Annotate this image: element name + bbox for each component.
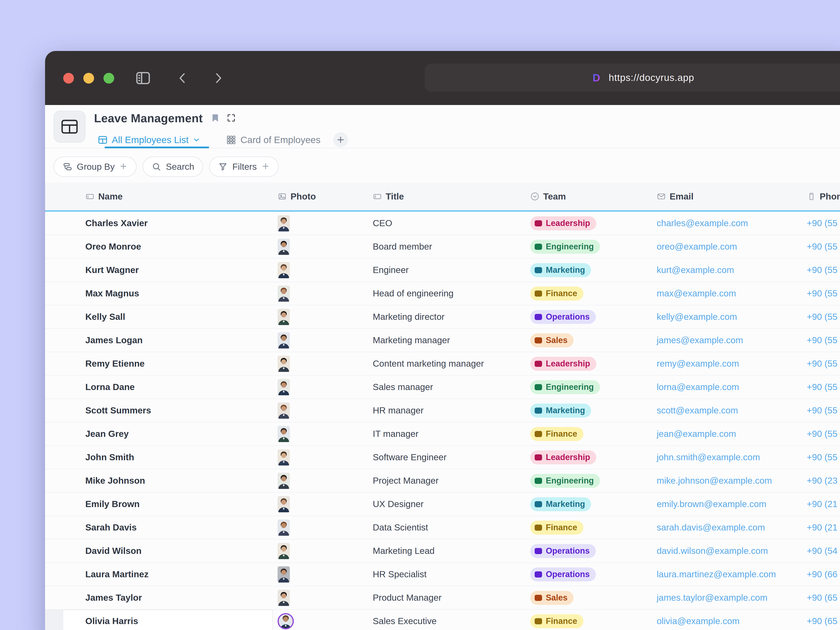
- table-row[interactable]: Oreo MonroeBoard memberEngineeringoreo@e…: [45, 235, 840, 259]
- sidebar-toggle-icon[interactable]: [134, 69, 152, 87]
- table-row[interactable]: Emily BrownUX DesignerMarketingemily.bro…: [45, 493, 840, 516]
- name-cell[interactable]: Laura Martinez: [63, 569, 273, 579]
- title-cell[interactable]: Marketing director: [369, 312, 527, 322]
- table-row[interactable]: Lorna DaneSales managerEngineeringlorna@…: [45, 376, 840, 399]
- photo-cell[interactable]: [273, 356, 369, 372]
- phone-cell[interactable]: +90 (65: [803, 616, 840, 626]
- photo-cell[interactable]: [273, 613, 369, 629]
- phone-cell[interactable]: +90 (65: [803, 592, 840, 603]
- employee-phone[interactable]: +90 (55: [807, 452, 837, 462]
- photo-cell[interactable]: [273, 473, 369, 489]
- name-cell[interactable]: Max Magnus: [63, 288, 273, 298]
- app-icon[interactable]: [54, 111, 85, 143]
- employee-email[interactable]: scott@example.com: [657, 405, 738, 415]
- team-cell[interactable]: Finance: [527, 427, 653, 441]
- close-button[interactable]: [63, 73, 74, 84]
- email-cell[interactable]: lorna@example.com: [653, 382, 803, 392]
- table-row[interactable]: James TaylorProduct ManagerSalesjames.ta…: [45, 586, 840, 609]
- employee-email[interactable]: olivia@example.com: [657, 616, 740, 626]
- table-row[interactable]: Laura MartinezHR SpecialistOperationslau…: [45, 563, 840, 586]
- employee-phone[interactable]: +90 (55: [807, 288, 837, 298]
- table-row[interactable]: Scott SummersHR managerMarketingscott@ex…: [45, 399, 840, 422]
- team-cell[interactable]: Marketing: [527, 263, 653, 277]
- employee-email[interactable]: sarah.davis@example.com: [657, 523, 765, 532]
- email-cell[interactable]: oreo@example.com: [653, 242, 803, 252]
- employee-email[interactable]: james@example.com: [657, 335, 743, 345]
- employee-phone[interactable]: +90 (21: [807, 523, 837, 532]
- team-cell[interactable]: Marketing: [527, 497, 653, 511]
- team-cell[interactable]: Leadership: [527, 450, 653, 464]
- employee-photo[interactable]: [278, 403, 290, 419]
- name-cell[interactable]: Scott Summers: [63, 405, 273, 415]
- team-cell[interactable]: Finance: [527, 287, 653, 300]
- table-row[interactable]: David WilsonMarketing LeadOperationsdavi…: [45, 540, 840, 563]
- back-icon[interactable]: [175, 70, 190, 86]
- photo-cell[interactable]: [273, 449, 369, 466]
- title-cell[interactable]: Engineer: [369, 265, 527, 275]
- name-cell[interactable]: James Taylor: [63, 592, 273, 603]
- employee-email[interactable]: mike.johnson@example.com: [657, 475, 772, 486]
- team-cell[interactable]: Finance: [527, 521, 653, 535]
- team-cell[interactable]: Sales: [527, 591, 653, 605]
- photo-cell[interactable]: [273, 590, 369, 606]
- phone-cell[interactable]: +90 (55: [803, 265, 840, 275]
- employee-photo[interactable]: [278, 309, 290, 325]
- email-cell[interactable]: emily.brown@example.com: [653, 499, 803, 509]
- employee-email[interactable]: remy@example.com: [657, 358, 739, 369]
- email-cell[interactable]: scott@example.com: [653, 405, 803, 415]
- employee-photo[interactable]: [278, 613, 294, 629]
- column-header-title[interactable]: Title: [369, 183, 527, 210]
- employee-email[interactable]: lorna@example.com: [657, 382, 739, 392]
- table-row[interactable]: Remy EtienneContent marketing managerLea…: [45, 352, 840, 376]
- table-row[interactable]: Olivia HarrisSales ExecutiveFinanceolivi…: [45, 609, 840, 630]
- employee-photo[interactable]: [278, 379, 290, 395]
- column-header-photo[interactable]: Photo: [273, 183, 369, 210]
- employee-phone[interactable]: +90 (55: [807, 242, 837, 251]
- employee-photo[interactable]: [278, 590, 290, 606]
- employee-phone[interactable]: +90 (54: [807, 546, 837, 556]
- employee-phone[interactable]: +90 (65: [807, 616, 837, 626]
- phone-cell[interactable]: +90 (21: [803, 523, 840, 533]
- employee-email[interactable]: max@example.com: [657, 288, 736, 298]
- phone-cell[interactable]: +90 (55: [803, 242, 840, 252]
- team-cell[interactable]: Leadership: [527, 216, 653, 231]
- expand-icon[interactable]: [226, 113, 236, 123]
- photo-cell[interactable]: [273, 403, 369, 419]
- employee-phone[interactable]: +90 (55: [807, 358, 837, 369]
- name-cell[interactable]: John Smith: [63, 452, 273, 463]
- title-cell[interactable]: Sales manager: [369, 382, 527, 392]
- team-cell[interactable]: Engineering: [527, 474, 653, 488]
- name-cell[interactable]: Lorna Dane: [63, 382, 273, 392]
- team-cell[interactable]: Leadership: [527, 357, 653, 371]
- employee-phone[interactable]: +90 (55: [807, 312, 837, 322]
- photo-cell[interactable]: [273, 543, 369, 559]
- title-cell[interactable]: Project Manager: [369, 475, 527, 486]
- employee-phone[interactable]: +90 (55: [807, 382, 837, 392]
- employee-phone[interactable]: +90 (55: [807, 218, 837, 228]
- employee-photo[interactable]: [278, 286, 290, 302]
- employee-photo[interactable]: [278, 449, 290, 466]
- team-cell[interactable]: Engineering: [527, 240, 653, 254]
- photo-cell[interactable]: [273, 496, 369, 512]
- name-cell[interactable]: Sarah Davis: [63, 523, 273, 533]
- title-cell[interactable]: Software Engineer: [369, 452, 527, 463]
- column-header-team[interactable]: Team: [527, 183, 653, 210]
- phone-cell[interactable]: +90 (55: [803, 452, 840, 463]
- employee-photo[interactable]: [278, 215, 290, 231]
- employee-email[interactable]: emily.brown@example.com: [657, 499, 766, 509]
- employee-phone[interactable]: +90 (55: [807, 335, 837, 345]
- phone-cell[interactable]: +90 (55: [803, 405, 840, 415]
- team-cell[interactable]: Finance: [527, 614, 653, 628]
- email-cell[interactable]: david.wilson@example.com: [653, 546, 803, 556]
- name-cell[interactable]: Kurt Wagner: [63, 265, 273, 275]
- employee-email[interactable]: james.taylor@example.com: [657, 592, 767, 603]
- name-cell[interactable]: Oreo Monroe: [63, 242, 273, 252]
- table-row[interactable]: Charles XavierCEOLeadershipcharles@examp…: [45, 212, 840, 235]
- name-cell[interactable]: Remy Etienne: [63, 358, 273, 369]
- phone-cell[interactable]: +90 (55: [803, 312, 840, 322]
- email-cell[interactable]: james.taylor@example.com: [653, 592, 803, 603]
- email-cell[interactable]: remy@example.com: [653, 358, 803, 369]
- name-cell[interactable]: Emily Brown: [63, 499, 273, 509]
- employee-photo[interactable]: [278, 566, 290, 583]
- email-cell[interactable]: kelly@example.com: [653, 312, 803, 322]
